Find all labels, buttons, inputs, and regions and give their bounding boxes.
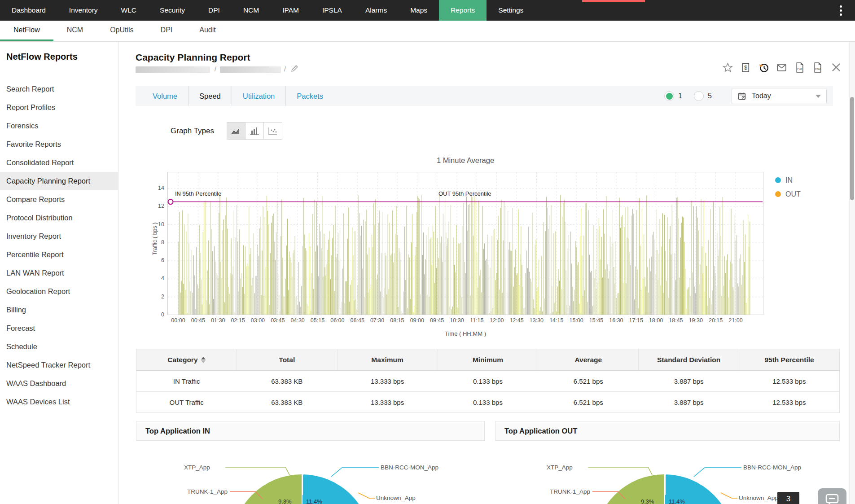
sidebar-item-lan-wan-report[interactable]: LAN WAN Report (0, 264, 118, 282)
sort-arrows-icon (201, 357, 206, 363)
sidebar-item-schedule[interactable]: Schedule (0, 337, 118, 356)
x-tick-label: 18:00 (645, 317, 667, 324)
nav-item-ncm[interactable]: NCM (232, 0, 271, 21)
export-csv-icon[interactable]: CSV (812, 62, 823, 73)
table-cell: 63.383 KB (237, 392, 337, 413)
nav-item-alarms[interactable]: Alarms (354, 0, 399, 21)
email-icon[interactable] (776, 62, 787, 73)
pie-slice-label-xtp_app: XTP_App (547, 464, 573, 471)
notification-count-badge[interactable]: 3 (777, 492, 799, 504)
export-pdf-icon[interactable]: PDF (794, 62, 805, 73)
chat-icon (824, 493, 840, 504)
column-header-standard-deviation[interactable]: Standard Deviation (639, 349, 739, 371)
sidebar-item-waas-dashboard[interactable]: WAAS Dashboard (0, 374, 118, 393)
sidebar-item-consolidated-report[interactable]: Consolidated Report (0, 153, 118, 172)
x-axis-label: Time ( HH:MM ) (167, 330, 763, 337)
legend-item-out[interactable]: OUT (775, 187, 801, 201)
sidebar-item-report-profiles[interactable]: Report Profiles (0, 98, 118, 117)
pie-slice-label-unknown_app: Unknown_App (376, 495, 416, 501)
sidebar-item-geolocation-report[interactable]: Geolocation Report (0, 282, 118, 301)
table-row: OUT Traffic63.383 KB13.333 bps0.133 bps6… (136, 392, 840, 413)
svg-text:CSV: CSV (815, 67, 821, 70)
scrollbar-thumb[interactable] (850, 97, 854, 200)
bar-chart-icon (249, 127, 260, 136)
sidebar-item-capacity-planning-report[interactable]: Capacity Planning Report (0, 172, 118, 190)
legend-label: OUT (785, 190, 801, 198)
x-tick-label: 19:30 (685, 317, 706, 324)
legend-dot (775, 177, 781, 183)
sidebar-item-search-report[interactable]: Search Report (0, 80, 118, 98)
billing-dollar-icon[interactable]: $ (740, 62, 751, 73)
sidebar-item-forensics[interactable]: Forensics (0, 117, 118, 135)
x-tick-label: 20:15 (705, 317, 727, 324)
edit-pencil-icon[interactable] (290, 65, 298, 73)
sidebar-item-inventory-report[interactable]: Inventory Report (0, 227, 118, 245)
history-clock-icon[interactable] (758, 62, 769, 73)
pie-slice-label-trunk-1_app: TRUNK-1_App (550, 488, 590, 495)
nav-item-ipam[interactable]: IPAM (271, 0, 311, 21)
sidebar-item-forecast[interactable]: Forecast (0, 319, 118, 337)
graph-type-scatter-button[interactable] (263, 122, 282, 140)
subnav-item-dpi[interactable]: DPI (147, 21, 186, 41)
tab-packets[interactable]: Packets (286, 86, 334, 106)
subnav-item-ncm[interactable]: NCM (53, 21, 96, 41)
nav-item-reports[interactable]: Reports (439, 0, 487, 21)
column-header-category[interactable]: Category (136, 349, 237, 371)
capacity-planning-report-page: DashboardInventoryWLCSecurityDPINCMIPAMI… (0, 0, 855, 504)
legend-item-in[interactable]: IN (775, 173, 801, 187)
table-cell: 6.521 bps (538, 392, 639, 413)
granularity-radio-5[interactable]: 5 (694, 91, 712, 101)
x-tick-label: 12:45 (506, 317, 527, 324)
nav-item-ipsla[interactable]: IPSLA (311, 0, 354, 21)
nav-item-dpi[interactable]: DPI (197, 0, 232, 21)
kebab-menu-icon[interactable] (836, 4, 845, 17)
granularity-radio-group: 15 (664, 86, 712, 106)
subnav-item-netflow[interactable]: NetFlow (0, 21, 53, 41)
close-icon[interactable] (830, 61, 842, 74)
subnav-item-audit[interactable]: Audit (186, 21, 229, 41)
column-header-minimum[interactable]: Minimum (438, 349, 538, 371)
nav-item-settings[interactable]: Settings (487, 0, 535, 21)
graph-type-area-button[interactable] (227, 122, 246, 140)
table-cell: 13.333 bps (337, 392, 438, 413)
sidebar-item-protocol-distribution[interactable]: Protocol Distribution (0, 209, 118, 227)
tab-volume[interactable]: Volume (142, 86, 189, 106)
pie-percent-label: 11.4% (669, 498, 685, 504)
granularity-radio-1[interactable]: 1 (664, 91, 682, 101)
sidebar-item-billing[interactable]: Billing (0, 301, 118, 319)
x-tick-label: 18:45 (665, 317, 687, 324)
sidebar-item-percentile-report[interactable]: Percentile Report (0, 245, 118, 264)
x-tick-label: 06:00 (327, 317, 348, 324)
column-header-maximum[interactable]: Maximum (337, 349, 438, 371)
x-tick-label: 02:15 (227, 317, 249, 324)
loading-progress-bar (582, 0, 645, 2)
chat-widget-button[interactable] (818, 488, 846, 504)
sidebar-item-waas-devices-list[interactable]: WAAS Devices List (0, 393, 118, 411)
pie-chart (594, 474, 734, 504)
nav-item-dashboard[interactable]: Dashboard (0, 0, 57, 21)
table-cell: IN Traffic (136, 371, 237, 392)
tab-speed[interactable]: Speed (189, 86, 232, 106)
graph-type-bar-button[interactable] (245, 122, 264, 140)
nav-item-maps[interactable]: Maps (399, 0, 439, 21)
tab-utilization[interactable]: Utilization (232, 86, 286, 106)
in-95th-percentile-label: IN 95th Percentile (175, 190, 221, 197)
y-tick-label: 6 (146, 257, 164, 263)
column-header-total[interactable]: Total (237, 349, 337, 371)
x-tick-label: 17:15 (625, 317, 647, 324)
column-header-95th-percentile[interactable]: 95th Percentile (739, 349, 840, 371)
sidebar-item-compare-reports[interactable]: Compare Reports (0, 190, 118, 209)
date-range-picker[interactable]: Today (732, 88, 827, 104)
favorite-star-icon[interactable] (722, 62, 733, 73)
x-tick-label: 00:00 (167, 317, 189, 324)
nav-item-security[interactable]: Security (148, 0, 197, 21)
sidebar-item-favorite-reports[interactable]: Favorite Reports (0, 135, 118, 153)
nav-item-inventory[interactable]: Inventory (57, 0, 110, 21)
subnav-item-oputils[interactable]: OpUtils (96, 21, 147, 41)
x-tick-label: 13:30 (526, 317, 547, 324)
column-header-average[interactable]: Average (538, 349, 639, 371)
sidebar-item-netspeed-tracker-report[interactable]: NetSpeed Tracker Report (0, 356, 118, 374)
x-tick-label: 01:30 (207, 317, 229, 324)
x-tick-label: 10:30 (446, 317, 468, 324)
nav-item-wlc[interactable]: WLC (110, 0, 148, 21)
